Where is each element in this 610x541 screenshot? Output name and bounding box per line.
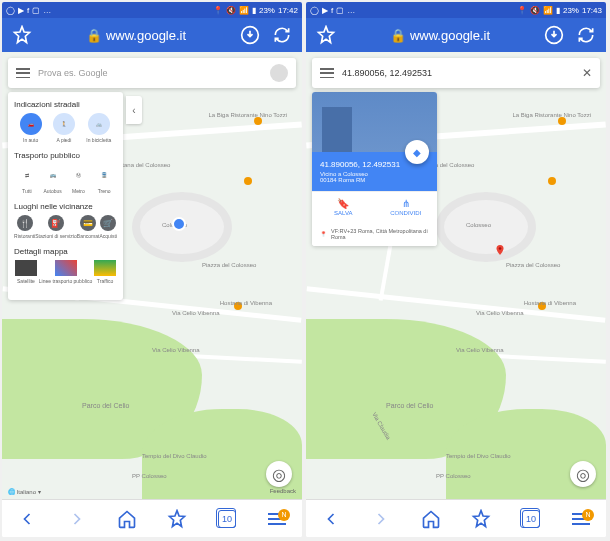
signal-icon: ▮ bbox=[252, 6, 256, 15]
map-label-tempio: Tempio del Divo Claudio bbox=[446, 453, 511, 459]
back-button[interactable] bbox=[317, 505, 345, 533]
transit-metro[interactable]: ⓂMetro bbox=[67, 164, 89, 194]
map-label-piazza: Piazza del Colosseo bbox=[506, 262, 560, 268]
more-icon: … bbox=[43, 6, 51, 15]
lock-icon: 🔒 bbox=[390, 28, 406, 43]
nearby-restaurants[interactable]: 🍴Ristoranti bbox=[14, 215, 35, 239]
location-marker bbox=[172, 217, 186, 231]
tabs-button[interactable]: 10 bbox=[517, 505, 545, 533]
directions-bike[interactable]: 🚲In bicicletta bbox=[86, 113, 111, 143]
restaurant-icon: 🍴 bbox=[17, 215, 33, 231]
url-text: www.google.it bbox=[106, 28, 186, 43]
layer-satellite[interactable]: Satellite bbox=[15, 260, 37, 284]
bookmark-icon: 🔖 bbox=[316, 198, 371, 209]
search-input[interactable]: 41.890056, 12.492531 bbox=[342, 68, 574, 78]
menu-button[interactable]: N bbox=[567, 505, 595, 533]
home-button[interactable] bbox=[417, 505, 445, 533]
url-bar[interactable]: 🔒 www.google.it bbox=[44, 28, 228, 43]
map-label-via1: Via Celio Vibenna bbox=[172, 310, 219, 316]
search-input[interactable]: Prova es. Google bbox=[38, 68, 262, 78]
profile-avatar[interactable] bbox=[270, 64, 288, 82]
back-button[interactable] bbox=[13, 505, 41, 533]
map-search-bar[interactable]: 41.890056, 12.492531 ✕ bbox=[312, 58, 600, 88]
map-search-bar[interactable]: Prova es. Google bbox=[8, 58, 296, 88]
transit-train[interactable]: 🚆Treno bbox=[93, 164, 115, 194]
menu-button[interactable]: N bbox=[263, 505, 291, 533]
map-label-parco: Parco del Celio bbox=[386, 402, 433, 409]
mute-icon: 🔇 bbox=[530, 6, 540, 15]
status-bar: ◯ ▶ f ▢ … 📍 🔇 📶 ▮ 23% 17:42 bbox=[2, 2, 302, 18]
feedback-link[interactable]: Feedback bbox=[270, 488, 296, 495]
map-label-via1b: Via Celio Vibenna bbox=[456, 347, 503, 353]
map-label-via1b: Via Celio Vibenna bbox=[152, 347, 199, 353]
collapse-panel-button[interactable]: ‹ bbox=[126, 96, 142, 124]
forward-button[interactable] bbox=[367, 505, 395, 533]
map-label-biga: La Biga Ristorante Nino Tozzi bbox=[512, 112, 591, 118]
transit-all[interactable]: ⇄Tutti bbox=[16, 164, 38, 194]
facebook-icon: f bbox=[331, 6, 333, 15]
atm-icon: 💳 bbox=[80, 215, 96, 231]
directions-fab[interactable]: ◆ bbox=[405, 140, 429, 164]
map-label-biga: La Biga Ristorante Nino Tozzi bbox=[208, 112, 287, 118]
map-label-hostaria: Hostaria di Vibenna bbox=[524, 300, 576, 306]
clear-search-button[interactable]: ✕ bbox=[582, 66, 592, 80]
phone-right: ◯ ▶ f ▢ … 📍 🔇 📶 ▮ 23% 17:43 🔒 www.google… bbox=[306, 2, 606, 537]
menu-icon[interactable] bbox=[320, 68, 334, 78]
layer-traffic[interactable]: Traffico bbox=[94, 260, 116, 284]
app-icon: ▶ bbox=[18, 6, 24, 15]
bookmark-star-button[interactable] bbox=[316, 25, 336, 45]
address-row: 📍 VF:RV+23 Roma, Città Metropolitana di … bbox=[312, 222, 437, 246]
my-location-button[interactable]: ◎ bbox=[266, 461, 292, 487]
language-selector[interactable]: 🌐 Italiano ▾ bbox=[8, 488, 41, 495]
tabs-button[interactable]: 10 bbox=[213, 505, 241, 533]
nearby-gas[interactable]: ⛽Stazioni di servizio bbox=[35, 215, 76, 239]
layer-transit[interactable]: Linee trasporto pubblico bbox=[39, 260, 92, 284]
status-right-icons: 📍 🔇 📶 ▮ 23% 17:43 bbox=[517, 6, 602, 15]
browser-nav-bar: 10 N bbox=[306, 499, 606, 537]
map-label-pp: PP Colosseo bbox=[436, 473, 471, 479]
directions-icon: ◆ bbox=[413, 147, 421, 158]
chevron-left-icon: ‹ bbox=[132, 105, 135, 116]
poi-icon bbox=[558, 117, 566, 125]
map-area-right[interactable]: M Colosseo Piazza del Colosseo Via Celio… bbox=[306, 52, 606, 499]
pin-icon: 📍 bbox=[320, 231, 327, 237]
bookmarks-button[interactable] bbox=[467, 505, 495, 533]
dropped-pin[interactable] bbox=[494, 242, 506, 254]
my-location-button[interactable]: ◎ bbox=[570, 461, 596, 487]
directions-title: Indicazioni stradali bbox=[14, 100, 117, 109]
nearby-atm[interactable]: 💳Bancomat bbox=[77, 215, 100, 239]
directions-car[interactable]: 🚗In auto bbox=[20, 113, 42, 143]
refresh-button[interactable] bbox=[576, 25, 596, 45]
download-button[interactable] bbox=[544, 25, 564, 45]
map-label-pp: PP Colosseo bbox=[132, 473, 167, 479]
facebook-icon: f bbox=[27, 6, 29, 15]
more-icon: … bbox=[347, 6, 355, 15]
url-text: www.google.it bbox=[410, 28, 490, 43]
download-button[interactable] bbox=[240, 25, 260, 45]
card-actions: 🔖 SALVA ⋔ CONDIVIDI bbox=[312, 191, 437, 222]
map-label-parco: Parco del Celio bbox=[82, 402, 129, 409]
clock-text: 17:42 bbox=[278, 6, 298, 15]
refresh-button[interactable] bbox=[272, 25, 292, 45]
side-panel: Indicazioni stradali 🚗In auto 🚶A piedi 🚲… bbox=[8, 92, 123, 300]
forward-button[interactable] bbox=[63, 505, 91, 533]
menu-icon[interactable] bbox=[16, 68, 30, 78]
location-icon: 📍 bbox=[517, 6, 527, 15]
transit-bus[interactable]: 🚌Autobus bbox=[42, 164, 64, 194]
home-button[interactable] bbox=[113, 505, 141, 533]
satellite-icon bbox=[15, 260, 37, 276]
map-area-left[interactable]: M Colosseo Piazza del Colosseo Via Celio… bbox=[2, 52, 302, 499]
image-icon: ▢ bbox=[336, 6, 344, 15]
details-title: Dettagli mappa bbox=[14, 247, 117, 256]
directions-walk[interactable]: 🚶A piedi bbox=[53, 113, 75, 143]
url-bar[interactable]: 🔒 www.google.it bbox=[348, 28, 532, 43]
map-label-piazza: Piazza del Colosseo bbox=[202, 262, 256, 268]
target-icon: ◎ bbox=[576, 465, 590, 484]
bookmark-star-button[interactable] bbox=[12, 25, 32, 45]
bookmarks-button[interactable] bbox=[163, 505, 191, 533]
save-button[interactable]: 🔖 SALVA bbox=[312, 192, 375, 222]
clock-text: 17:43 bbox=[582, 6, 602, 15]
nearby-shop[interactable]: 🛒Acquisti bbox=[99, 215, 117, 239]
share-button[interactable]: ⋔ CONDIVIDI bbox=[375, 192, 438, 222]
cart-icon: 🛒 bbox=[100, 215, 116, 231]
